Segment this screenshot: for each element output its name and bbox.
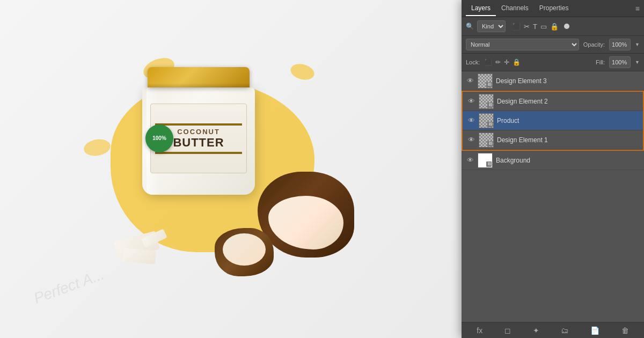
jar-container: 100% COCONUT BUTTER [140,67,258,195]
lock-row: Lock: ⬛ ✏ ✛ 🔒 Fill: ▼ [462,54,644,71]
flake-2 [123,248,156,264]
coconut-small-outer [215,228,274,276]
layer-background[interactable]: 👁 ⛓ Background [462,151,644,170]
smart-filter-icon[interactable]: 🔒 [550,23,559,31]
thumb-link-de1: ⛓ [487,141,493,146]
fill-input[interactable] [609,56,631,68]
coconut-small [215,228,279,282]
panel-tabs: Layers Channels Properties ≡ [462,0,644,17]
jar-label: 100% COCONUT BUTTER [150,104,247,173]
layer-design-element-3[interactable]: 👁 ⛓ Design Element 3 [462,71,644,91]
label-badge: 100% [145,124,173,152]
eye-icon-product: 👁 [468,116,475,124]
panel-bottom: fx ◻ ✦ 🗂 📄 🗑 [462,322,644,338]
visibility-de1[interactable]: 👁 [467,136,475,144]
opacity-label: Opacity: [583,41,605,48]
filter-row: 🔍 Kind ⬛ ✂ T ▭ 🔒 [462,17,644,36]
tab-layers[interactable]: Layers [466,1,496,16]
new-layer-button[interactable]: 📄 [590,326,599,335]
layer-name-bg: Background [496,157,640,164]
new-group-button[interactable]: 🗂 [561,326,568,335]
thumb-product: ⛓ [479,113,494,128]
tab-properties[interactable]: Properties [534,1,574,16]
eye-icon-bg: 👁 [467,156,474,164]
lock-all-icon[interactable]: 🔒 [513,58,521,66]
label-coconut-text: COCONUT [177,128,220,136]
jar-body: 100% COCONUT BUTTER [142,87,255,195]
delete-layer-button[interactable]: 🗑 [621,326,629,335]
eye-icon-de1: 👁 [468,136,475,144]
add-effect-button[interactable]: fx [477,326,482,335]
layer-product[interactable]: 👁 ⛓ Product [463,111,643,130]
thumb-bg: ⛓ [478,153,493,168]
fill-arrow-icon: ▼ [635,60,640,65]
layer-name-de1: Design Element 1 [497,136,639,144]
label-butter-text: BUTTER [173,136,224,150]
label-stripe-bottom [155,152,242,154]
add-adjustment-button[interactable]: ✦ [533,326,539,335]
tab-channels[interactable]: Channels [496,1,534,16]
visibility-bg[interactable]: 👁 [466,156,474,165]
opacity-arrow-icon: ▼ [635,42,640,47]
product-illustration: 100% COCONUT BUTTER [97,51,365,298]
coconut-flakes [113,231,177,268]
layer-design-element-2[interactable]: 👁 ⛓ Design Element 2 [463,92,643,111]
coconut-inner [268,196,343,249]
layer-design-element-1[interactable]: 👁 ⛓ Design Element 1 [463,130,643,150]
pixel-filter-icon[interactable]: ⬛ [512,23,521,31]
layer-name-product: Product [497,117,639,124]
lock-pixels-icon[interactable]: ✏ [495,58,501,66]
adjust-filter-icon[interactable]: ✂ [524,23,530,31]
filter-toggle-dot[interactable] [564,24,569,29]
thumb-de2: ⛓ [479,94,494,109]
thumb-link-de3: ⛓ [486,82,492,87]
layers-panel: Layers Channels Properties ≡ 🔍 Kind ⬛ ✂ … [462,0,644,338]
visibility-de3[interactable]: 👁 [466,77,474,85]
opacity-input[interactable] [609,39,631,50]
thumb-de1: ⛓ [479,133,494,148]
visibility-product[interactable]: 👁 [467,116,475,125]
eye-icon-de2: 👁 [468,97,475,105]
thumb-link-product: ⛓ [487,122,493,127]
lock-position-icon[interactable]: ✛ [504,58,509,66]
illustration-panel: 100% COCONUT BUTTER [0,0,462,338]
panel-menu-button[interactable]: ≡ [635,4,640,13]
label-stripe-top [155,123,242,126]
fill-label: Fill: [596,59,605,65]
coconut-small-inner [223,233,266,266]
add-mask-button[interactable]: ◻ [504,326,511,335]
type-filter-icon[interactable]: T [533,23,537,31]
filter-icons: ⬛ ✂ T ▭ 🔒 [512,23,559,31]
jar-lid [148,67,250,87]
lock-transparent-icon[interactable]: ⬛ [484,58,492,66]
eye-icon-de3: 👁 [467,77,474,85]
layer-name-de3: Design Element 3 [496,77,640,85]
kind-select[interactable]: Kind [477,20,506,32]
blend-mode-select[interactable]: Normal [466,39,579,50]
shape-filter-icon[interactable]: ▭ [540,23,547,31]
group-selection-border: 👁 ⛓ Design Element 2 👁 ⛓ Product [462,91,644,151]
lock-label: Lock: [466,59,480,65]
search-icon: 🔍 [466,23,474,30]
thumb-link-de2: ⛓ [487,102,493,108]
visibility-de2[interactable]: 👁 [467,97,475,106]
thumb-link-bg: ⛓ [486,161,492,167]
layer-name-de2: Design Element 2 [497,98,639,105]
lock-icons: ⬛ ✏ ✛ 🔒 [484,58,521,66]
blend-row: Normal Opacity: ▼ [462,36,644,54]
layers-list: 👁 ⛓ Design Element 3 👁 ⛓ Design Element … [462,71,644,322]
thumb-de3: ⛓ [478,74,493,89]
